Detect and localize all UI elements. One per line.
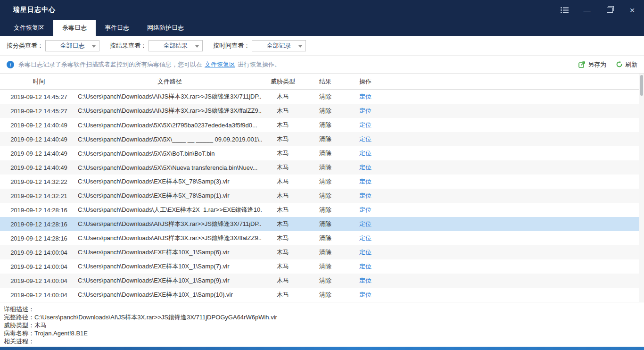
- locate-link[interactable]: 定位: [347, 163, 384, 172]
- table-row[interactable]: 2019-09-12 14:32:21 C:\Users\panch\Downl…: [0, 189, 644, 203]
- category-select-value: 全部日志: [60, 42, 85, 50]
- cell-path: C:\Users\panch\Downloads\5X\5X\BoT.bin\B…: [78, 150, 262, 157]
- time-select[interactable]: 全部记录: [252, 40, 306, 51]
- tab-antivirus-log[interactable]: 杀毒日志: [53, 20, 96, 36]
- detail-related-process-label: 相关进程：: [4, 338, 34, 345]
- header-threat-type[interactable]: 威胁类型: [262, 77, 304, 86]
- cell-time: 2019-09-12 14:00:04: [0, 277, 78, 284]
- cell-time: 2019-09-12 14:28:16: [0, 235, 78, 242]
- time-select-value: 全部记录: [267, 42, 291, 50]
- table-row[interactable]: 2019-09-12 14:28:16 C:\Users\panch\Downl…: [0, 217, 644, 231]
- detail-title: 详细描述：: [4, 305, 639, 313]
- cell-time: 2019-09-12 14:40:49: [0, 150, 78, 157]
- cell-path: C:\Users\panch\Downloads\EXE样本5X_78\Samp…: [78, 177, 262, 186]
- cell-result: 清除: [304, 262, 347, 271]
- cell-threat-type: 木马: [262, 248, 304, 257]
- filter-bar: 按分类查看： 全部日志 按结果查看： 全部结果 按时间查看： 全部记录: [0, 36, 644, 56]
- detail-virus-name-label: 病毒名称：: [4, 330, 34, 337]
- locate-link[interactable]: 定位: [347, 192, 384, 200]
- tab-event-log[interactable]: 事件日志: [96, 20, 138, 36]
- header-time[interactable]: 时间: [0, 77, 78, 86]
- info-icon: i: [7, 61, 14, 68]
- detail-virus-name: 病毒名称：Trojan.Agent!8.B1E: [4, 329, 639, 337]
- table-row[interactable]: 2019-09-12 14:00:04 C:\Users\panch\Downl…: [0, 288, 644, 302]
- close-button[interactable]: ×: [628, 6, 636, 14]
- table-row[interactable]: 2019-09-12 14:45:27 C:\Users\panch\Downl…: [0, 104, 644, 118]
- result-select[interactable]: 全部结果: [149, 40, 203, 51]
- table-row[interactable]: 2019-09-12 14:00:04 C:\Users\panch\Downl…: [0, 259, 644, 274]
- locate-link[interactable]: 定位: [347, 248, 384, 257]
- scrollbar-thumb[interactable]: [640, 75, 643, 96]
- file-recovery-link[interactable]: 文件恢复区: [205, 60, 235, 69]
- locate-link[interactable]: 定位: [347, 220, 384, 228]
- table-body: 2019-09-12 14:45:27 C:\Users\panch\Downl…: [0, 90, 644, 302]
- caret-down-icon: [195, 45, 199, 48]
- cell-time: 2019-09-12 14:45:27: [0, 93, 78, 100]
- cell-result: 清除: [304, 121, 347, 129]
- cell-threat-type: 木马: [262, 92, 304, 101]
- minimize-button[interactable]: —: [583, 6, 591, 14]
- cell-threat-type: 木马: [262, 107, 304, 115]
- header-file-path[interactable]: 文件路径: [78, 77, 262, 86]
- cell-threat-type: 木马: [262, 206, 304, 214]
- locate-link[interactable]: 定位: [347, 149, 384, 158]
- detail-full-path-label: 完整路径：: [4, 314, 34, 321]
- locate-link[interactable]: 定位: [347, 121, 384, 129]
- filter-category: 按分类查看： 全部日志: [7, 40, 99, 51]
- locate-link[interactable]: 定位: [347, 234, 384, 242]
- detail-threat-type: 威胁类型：木马: [4, 321, 639, 329]
- save-as-button[interactable]: 另存为: [578, 60, 606, 69]
- locate-link[interactable]: 定位: [347, 135, 384, 143]
- cell-result: 清除: [304, 192, 347, 200]
- locate-link[interactable]: 定位: [347, 92, 384, 101]
- cell-time: 2019-09-12 14:00:04: [0, 263, 78, 270]
- table-row[interactable]: 2019-09-12 14:28:16 C:\Users\panch\Downl…: [0, 231, 644, 245]
- refresh-icon: [616, 61, 623, 68]
- log-table: 时间 文件路径 威胁类型 结果 操作 2019-09-12 14:45:27 C…: [0, 74, 644, 302]
- app-window: 瑞星日志中心 — × 文件恢复区 杀毒日志 事件日志 网络防护日志 按分类查看：…: [0, 0, 644, 350]
- caret-down-icon: [92, 45, 96, 48]
- restore-button[interactable]: [605, 6, 614, 14]
- cell-result: 清除: [304, 163, 347, 172]
- cell-threat-type: 木马: [262, 291, 304, 299]
- cell-threat-type: 木马: [262, 276, 304, 285]
- cell-result: 清除: [304, 135, 347, 143]
- log-menu-icon[interactable]: [560, 6, 569, 14]
- locate-link[interactable]: 定位: [347, 177, 384, 186]
- table-row[interactable]: 2019-09-12 14:45:27 C:\Users\panch\Downl…: [0, 90, 644, 104]
- locate-link[interactable]: 定位: [347, 262, 384, 271]
- table-row[interactable]: 2019-09-12 14:40:49 C:\Users\panch\Downl…: [0, 132, 644, 146]
- cell-path: C:\Users\panch\Downloads\AI\JS样本3X.rar>>…: [78, 234, 262, 242]
- table-row[interactable]: 2019-09-12 14:28:16 C:\Users\panch\Downl…: [0, 203, 644, 217]
- table-row[interactable]: 2019-09-12 14:32:22 C:\Users\panch\Downl…: [0, 175, 644, 189]
- locate-link[interactable]: 定位: [347, 206, 384, 214]
- table-row[interactable]: 2019-09-12 14:00:04 C:\Users\panch\Downl…: [0, 274, 644, 288]
- cell-result: 清除: [304, 276, 347, 285]
- header-result[interactable]: 结果: [304, 77, 347, 86]
- cell-time: 2019-09-12 14:28:16: [0, 207, 78, 214]
- detail-full-path: 完整路径：C:\Users\panch\Downloads\AI\JS样本3X.…: [4, 313, 639, 321]
- detail-threat-type-label: 威胁类型：: [4, 322, 34, 329]
- locate-link[interactable]: 定位: [347, 276, 384, 285]
- locate-link[interactable]: 定位: [347, 107, 384, 115]
- table-row[interactable]: 2019-09-12 14:00:04 C:\Users\panch\Downl…: [0, 245, 644, 259]
- filter-time: 按时间查看： 全部记录: [213, 40, 306, 51]
- caret-down-icon: [298, 45, 302, 48]
- cell-time: 2019-09-12 14:28:16: [0, 221, 78, 228]
- table-row[interactable]: 2019-09-12 14:40:49 C:\Users\panch\Downl…: [0, 118, 644, 132]
- table-row[interactable]: 2019-09-12 14:40:49 C:\Users\panch\Downl…: [0, 160, 644, 175]
- tab-file-recovery[interactable]: 文件恢复区: [5, 20, 53, 36]
- cell-result: 清除: [304, 248, 347, 257]
- cell-path: C:\Users\panch\Downloads\人工\EXE样本2X_1.ra…: [78, 206, 262, 214]
- scrollbar-track[interactable]: [639, 74, 644, 302]
- tab-network-protection-log[interactable]: 网络防护日志: [138, 20, 193, 36]
- detail-panel: 详细描述： 完整路径：C:\Users\panch\Downloads\AI\J…: [0, 302, 644, 347]
- refresh-button[interactable]: 刷新: [616, 60, 637, 69]
- category-select[interactable]: 全部日志: [45, 40, 99, 51]
- detail-virus-name-value: Trojan.Agent!8.B1E: [34, 330, 88, 337]
- table-row[interactable]: 2019-09-12 14:40:49 C:\Users\panch\Downl…: [0, 146, 644, 160]
- locate-link[interactable]: 定位: [347, 291, 384, 299]
- cell-path: C:\Users\panch\Downloads\EXE样本10X_1\Samp…: [78, 291, 262, 299]
- header-operation[interactable]: 操作: [347, 77, 384, 86]
- cell-path: C:\Users\panch\Downloads\EXE样本10X_1\Samp…: [78, 262, 262, 271]
